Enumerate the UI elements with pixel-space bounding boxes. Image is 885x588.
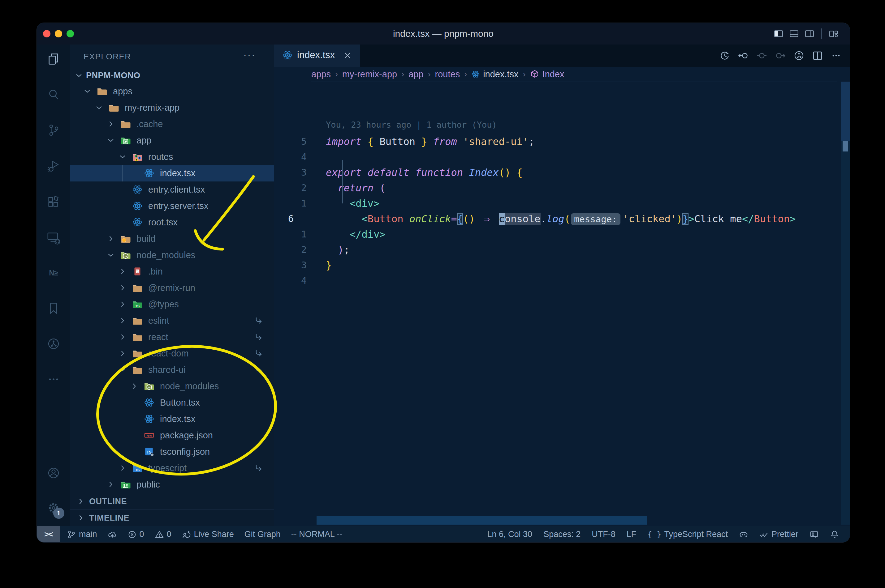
line-number[interactable]: 1 <box>274 226 307 242</box>
line-number[interactable]: 1 <box>274 196 307 211</box>
status-item-utf-8[interactable]: UTF-8 <box>592 530 616 539</box>
code-line[interactable]: 6 <Button onClick={() ⇒ console.log(mess… <box>274 211 841 226</box>
code-line[interactable]: 1 </div> <box>274 226 841 242</box>
line-number[interactable]: 2 <box>274 242 307 258</box>
line-number[interactable]: 3 <box>274 258 307 273</box>
code-line[interactable]: 2 return ( <box>274 180 841 196</box>
activity-item-more[interactable] <box>37 364 70 394</box>
tree-item-index-tsx[interactable]: index.tsx <box>70 411 274 427</box>
code-line[interactable]: 3} <box>274 258 841 273</box>
timeline-history-button[interactable] <box>719 50 730 61</box>
line-number[interactable]: 3 <box>274 165 307 180</box>
status-item-bell[interactable] <box>830 530 839 539</box>
status-item-ln-6-col-30[interactable]: Ln 6, Col 30 <box>488 530 533 539</box>
activity-item-remote-explorer[interactable] <box>37 223 70 253</box>
code-line[interactable]: 3export default function Index() { <box>274 165 841 180</box>
line-number[interactable]: 6 <box>288 211 313 226</box>
tree-item-typescript[interactable]: TStypescript <box>70 460 274 476</box>
line-number[interactable]: 5 <box>274 134 307 149</box>
breadcrumb-item-apps[interactable]: apps <box>311 69 331 80</box>
tree-item-eslint[interactable]: eslint <box>70 312 274 329</box>
toggle-primary-sidebar-button[interactable] <box>774 29 784 39</box>
activity-item-bookmarks[interactable] <box>37 293 70 323</box>
code-line[interactable]: 2 ); <box>274 242 841 258</box>
tree-item-shared-ui[interactable]: shared-ui <box>70 362 274 378</box>
breadcrumb-item-index[interactable]: Index <box>530 69 564 80</box>
close-icon[interactable] <box>343 51 352 61</box>
tree-item--types[interactable]: TS@types <box>70 296 274 312</box>
code-line[interactable]: 1 <div> <box>274 196 841 211</box>
previous-change-button[interactable] <box>738 50 749 61</box>
horizontal-scrollbar[interactable] <box>316 516 647 525</box>
status-item-0[interactable]: 0 <box>128 530 144 539</box>
explorer-more-button[interactable]: ··· <box>243 49 256 61</box>
more-actions-button[interactable] <box>831 50 842 61</box>
project-root-row[interactable]: PNPM-MONO <box>70 68 274 83</box>
tree-item-node-modules[interactable]: JSnode_modules <box>70 247 274 263</box>
split-editor-button[interactable] <box>812 50 823 61</box>
activity-item-extensions[interactable] <box>37 188 70 217</box>
activity-item-nx-console[interactable]: N≥ <box>37 258 70 288</box>
next-change-button[interactable] <box>775 50 786 61</box>
timeline-section[interactable]: TIMELINE <box>70 509 274 526</box>
breadcrumb-item-my-remix-app[interactable]: my-remix-app <box>342 69 397 80</box>
git-graph-button[interactable] <box>793 50 805 61</box>
tree-item--bin[interactable]: 0110.bin <box>70 263 274 280</box>
customize-layout-button[interactable] <box>829 29 838 39</box>
tree-item-package-json[interactable]: npmpackage.json <box>70 427 274 444</box>
code-line[interactable]: 4 <box>274 149 841 165</box>
outline-section[interactable]: OUTLINE <box>70 493 274 510</box>
status-item-git-graph[interactable]: Git Graph <box>244 530 281 539</box>
line-number[interactable]: 4 <box>274 149 307 165</box>
status-item-feedback[interactable] <box>810 530 819 539</box>
code-line[interactable]: 4 <box>274 273 841 288</box>
tree-item-build[interactable]: build <box>70 231 274 247</box>
tab-index-tsx[interactable]: index.tsx <box>274 45 360 67</box>
tree-item-entry-server-tsx[interactable]: entry.server.tsx <box>70 198 274 214</box>
tree-item-public[interactable]: public <box>70 476 274 493</box>
status-item-copilot[interactable] <box>739 530 748 539</box>
line-number[interactable]: 4 <box>274 273 307 288</box>
tree-item-apps[interactable]: apps <box>70 83 274 99</box>
status-item-0[interactable]: 0 <box>155 530 172 539</box>
scrollbar-thumb[interactable] <box>841 82 850 141</box>
status-item-cloud-upload[interactable] <box>108 530 117 539</box>
activity-item-git-graph[interactable] <box>37 329 70 358</box>
activity-item-explorer[interactable] <box>37 44 70 74</box>
tree-item-index-tsx[interactable]: index.tsx <box>70 165 274 182</box>
tree-item-root-tsx[interactable]: root.tsx <box>70 214 274 231</box>
status-item-main[interactable]: main <box>67 530 97 539</box>
activity-item-account[interactable] <box>37 458 70 488</box>
activity-item-search[interactable] <box>37 80 70 110</box>
vertical-scrollbar[interactable] <box>841 82 850 525</box>
tree-item-my-remix-app[interactable]: my-remix-app <box>70 99 274 116</box>
activity-item-settings[interactable]: 1 <box>37 493 70 523</box>
code-editor[interactable]: You, 23 hours ago | 1 author (You)5impor… <box>274 82 841 516</box>
tree-item-routes[interactable]: routes <box>70 149 274 165</box>
tree-item-app[interactable]: app <box>70 132 274 149</box>
toggle-secondary-sidebar-button[interactable] <box>805 29 814 39</box>
status-item-prettier[interactable]: Prettier <box>759 530 798 539</box>
status-item--normal-[interactable]: -- NORMAL -- <box>291 530 342 539</box>
activity-item-source-control[interactable] <box>37 115 70 145</box>
status-item-typescript-react[interactable]: { }TypeScript React <box>647 530 728 539</box>
breadcrumb-item-index-tsx[interactable]: index.tsx <box>471 69 518 80</box>
remote-indicator[interactable]: >< <box>37 526 60 543</box>
tree-item-button-tsx[interactable]: Button.tsx <box>70 394 274 411</box>
breadcrumb-item-app[interactable]: app <box>408 69 423 80</box>
breadcrumb-item-routes[interactable]: routes <box>435 69 460 80</box>
status-item-lf[interactable]: LF <box>627 530 637 539</box>
open-changes-button[interactable] <box>756 50 768 61</box>
toggle-panel-button[interactable] <box>789 29 799 39</box>
tree-item-tsconfig-json[interactable]: TStsconfig.json <box>70 444 274 460</box>
code-line[interactable]: 5import { Button } from 'shared-ui'; <box>274 134 841 149</box>
status-item-live-share[interactable]: Live Share <box>182 530 234 539</box>
tree-item-react[interactable]: react <box>70 329 274 345</box>
tree-item-react-dom[interactable]: react-dom <box>70 345 274 362</box>
tree-item--cache[interactable]: .cache <box>70 116 274 132</box>
status-item-spaces-2[interactable]: Spaces: 2 <box>543 530 581 539</box>
tree-item--remix-run[interactable]: @remix-run <box>70 280 274 296</box>
line-number[interactable]: 2 <box>274 180 307 196</box>
tree-item-node-modules[interactable]: JSnode_modules <box>70 378 274 394</box>
activity-item-run-debug[interactable] <box>37 151 70 181</box>
